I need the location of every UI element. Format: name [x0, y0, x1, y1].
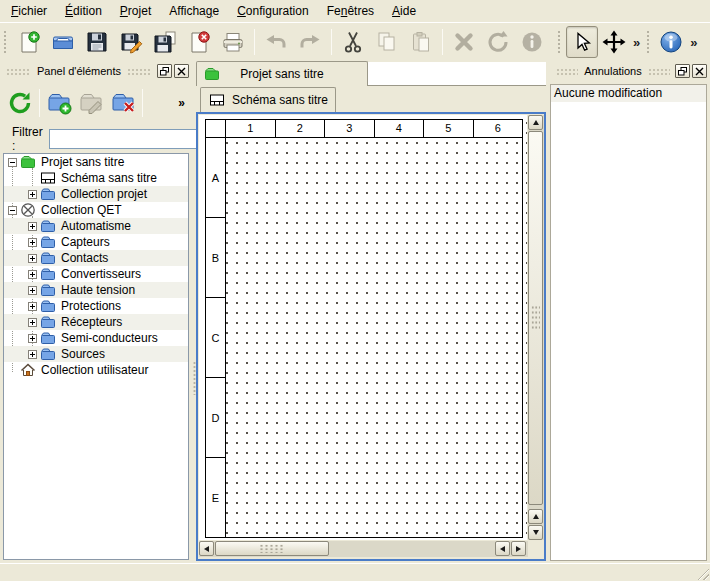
- folder-icon: [40, 250, 56, 266]
- save-all-button[interactable]: [148, 25, 182, 59]
- expand-expander-icon[interactable]: [28, 286, 37, 295]
- menu-edition[interactable]: Édition: [56, 1, 111, 21]
- toolbar-overflow-chevron[interactable]: »: [630, 35, 643, 50]
- redo-button[interactable]: [293, 25, 327, 59]
- elements-panel: Panel d'éléments: [0, 61, 192, 563]
- tree-item-haute-tension[interactable]: Haute tension: [4, 282, 188, 298]
- menu-fichier[interactable]: Fichier: [2, 1, 56, 21]
- toolbar-drag-handle[interactable]: [3, 30, 8, 54]
- menu-affichage[interactable]: Affichage: [160, 1, 228, 21]
- panel-toolbar-overflow-chevron[interactable]: »: [178, 96, 185, 110]
- move-icon: [602, 30, 626, 54]
- scroll-up-button[interactable]: [528, 115, 543, 130]
- delete-button[interactable]: [447, 25, 481, 59]
- scroll-up-button-bottom[interactable]: [528, 509, 543, 524]
- close-file-button[interactable]: [182, 25, 216, 59]
- print-button[interactable]: [216, 25, 250, 59]
- column-header-row: 1 2 3 4 5 6: [206, 120, 522, 138]
- vertical-scroll-thumb[interactable]: [528, 131, 543, 505]
- tree-item-semi-conducteurs[interactable]: Semi-conducteurs: [4, 330, 188, 346]
- expand-expander-icon[interactable]: [28, 302, 37, 311]
- element-info-button[interactable]: [515, 25, 549, 59]
- column-header: 2: [276, 120, 326, 137]
- redo-icon: [298, 30, 322, 54]
- project-folder-icon: [204, 66, 220, 82]
- undo-panel-titlebar[interactable]: Annulations: [550, 61, 710, 81]
- copy-button[interactable]: [370, 25, 404, 59]
- tree-item-projet-sans-titre[interactable]: Projet sans titre: [4, 154, 188, 170]
- delete-category-button[interactable]: [107, 87, 139, 119]
- menu-aide[interactable]: Aide: [383, 1, 425, 21]
- collapse-expander-icon[interactable]: [8, 206, 17, 215]
- menu-configuration[interactable]: Configuration: [228, 1, 318, 21]
- about-button[interactable]: [655, 26, 687, 58]
- resize-grip-icon[interactable]: [696, 567, 709, 580]
- scroll-left-button[interactable]: [199, 541, 214, 556]
- schema-canvas[interactable]: 1 2 3 4 5 6 A B C D E: [199, 115, 527, 540]
- menu-projet[interactable]: Projet: [111, 1, 160, 21]
- tree-item-sources[interactable]: Sources: [4, 346, 188, 362]
- reload-collections-button[interactable]: [4, 87, 36, 119]
- filter-input[interactable]: [49, 129, 212, 149]
- folder-icon: [40, 346, 56, 362]
- save-button[interactable]: [80, 25, 114, 59]
- cut-button[interactable]: [336, 25, 370, 59]
- row-header: C: [206, 298, 225, 378]
- tree-item-recepteurs[interactable]: Récepteurs: [4, 314, 188, 330]
- schema-view: 1 2 3 4 5 6 A B C D E: [196, 112, 546, 561]
- scroll-down-button[interactable]: [528, 525, 543, 540]
- expand-expander-icon[interactable]: [28, 270, 37, 279]
- expand-expander-icon[interactable]: [28, 254, 37, 263]
- rotate-button[interactable]: [481, 25, 515, 59]
- undo-button[interactable]: [259, 25, 293, 59]
- expand-expander-icon[interactable]: [28, 190, 37, 199]
- expand-expander-icon[interactable]: [28, 318, 37, 327]
- elements-panel-titlebar[interactable]: Panel d'éléments: [0, 61, 192, 81]
- tree-item-contacts[interactable]: Contacts: [4, 250, 188, 266]
- new-category-button[interactable]: [43, 87, 75, 119]
- tree-item-collection-qet[interactable]: Collection QET: [4, 202, 188, 218]
- toolbar-drag-handle[interactable]: [557, 30, 562, 54]
- menu-fenetres[interactable]: Fenêtres: [318, 1, 383, 21]
- row-header: B: [206, 218, 225, 298]
- tree-item-protections[interactable]: Protections: [4, 298, 188, 314]
- collapse-expander-icon[interactable]: [8, 158, 17, 167]
- tab-projet-sans-titre[interactable]: Projet sans titre: [196, 61, 368, 86]
- edit-category-button[interactable]: [75, 87, 107, 119]
- tree-item-convertisseurs[interactable]: Convertisseurs: [4, 266, 188, 282]
- tree-item-schema-sans-titre[interactable]: Schéma sans titre: [4, 170, 188, 186]
- float-panel-button[interactable]: [157, 64, 172, 78]
- tree-item-capteurs[interactable]: Capteurs: [4, 234, 188, 250]
- expand-expander-icon[interactable]: [28, 222, 37, 231]
- toolbar-separator: [142, 89, 143, 117]
- toolbar-overflow-chevron[interactable]: »: [687, 35, 700, 50]
- tree-item-collection-projet[interactable]: Collection projet: [4, 186, 188, 202]
- selection-mode-button[interactable]: [566, 26, 598, 58]
- toolbar-drag-handle[interactable]: [646, 30, 651, 54]
- vertical-scrollbar[interactable]: [528, 115, 544, 540]
- tab-schema-sans-titre[interactable]: Schéma sans titre: [200, 87, 336, 112]
- close-panel-button[interactable]: [174, 64, 189, 78]
- delete-category-icon: [110, 90, 136, 116]
- toolbar-separator: [442, 29, 443, 55]
- scroll-left-button-right[interactable]: [495, 541, 510, 556]
- tree-item-automatisme[interactable]: Automatisme: [4, 218, 188, 234]
- cut-icon: [341, 30, 365, 54]
- expand-expander-icon[interactable]: [28, 350, 37, 359]
- paste-button[interactable]: [404, 25, 438, 59]
- save-as-button[interactable]: [114, 25, 148, 59]
- scroll-right-button[interactable]: [511, 541, 526, 556]
- expand-expander-icon[interactable]: [28, 238, 37, 247]
- close-panel-button[interactable]: [692, 64, 707, 78]
- new-file-icon: [17, 30, 41, 54]
- new-file-button[interactable]: [12, 25, 46, 59]
- undo-list-item[interactable]: Aucune modification: [551, 85, 706, 102]
- expand-expander-icon[interactable]: [28, 334, 37, 343]
- horizontal-scrollbar[interactable]: [199, 541, 528, 557]
- open-button[interactable]: [46, 25, 80, 59]
- horizontal-scroll-thumb[interactable]: [215, 541, 329, 556]
- pan-mode-button[interactable]: [598, 26, 630, 58]
- tree-item-collection-utilisateur[interactable]: Collection utilisateur: [4, 362, 188, 378]
- float-panel-button[interactable]: [675, 64, 690, 78]
- close-icon: [695, 67, 704, 76]
